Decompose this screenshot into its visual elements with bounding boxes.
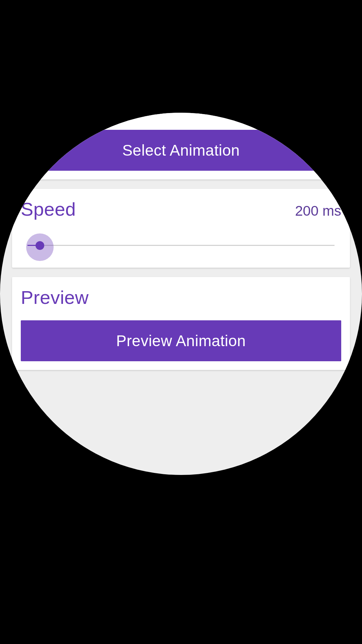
speed-title: Speed: [21, 198, 76, 220]
slider-track: [27, 245, 335, 246]
animation-card: Animation Select Animation: [12, 113, 350, 179]
preview-title: Preview: [21, 286, 341, 308]
animation-title: Animation: [21, 113, 341, 118]
preview-card: Preview Preview Animation: [12, 277, 350, 370]
circular-viewport: Animation Select Animation Speed 200 ms …: [0, 113, 362, 475]
speed-card: Speed 200 ms: [12, 189, 350, 268]
select-animation-button[interactable]: Select Animation: [21, 130, 341, 171]
content-area: Animation Select Animation Speed 200 ms …: [0, 113, 362, 379]
slider-thumb: [36, 241, 44, 250]
speed-slider[interactable]: [27, 232, 335, 259]
speed-value: 200 ms: [295, 203, 341, 219]
preview-animation-button[interactable]: Preview Animation: [21, 320, 341, 361]
